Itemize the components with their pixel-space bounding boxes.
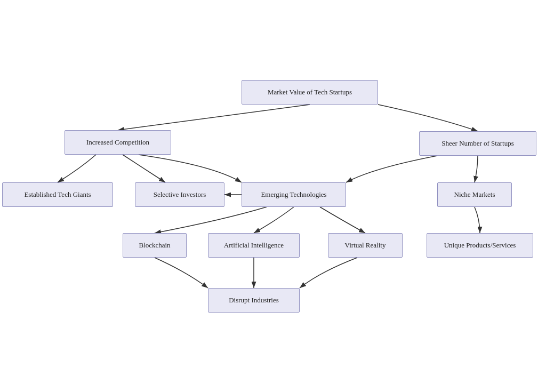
node-niche-markets: Niche Markets <box>437 182 512 207</box>
node-increased-competition: Increased Competition <box>65 130 171 155</box>
node-emerging-technologies: Emerging Technologies <box>242 182 346 207</box>
node-unique-products: Unique Products/Services <box>427 233 533 258</box>
node-market-value: Market Value of Tech Startups <box>242 80 378 105</box>
node-established-tech: Established Tech Giants <box>2 182 113 207</box>
node-disrupt-industries: Disrupt Industries <box>208 288 300 313</box>
node-sheer-number: Sheer Number of Startups <box>419 131 536 156</box>
node-blockchain: Blockchain <box>123 233 187 258</box>
node-artificial-intelligence: Artificial Intelligence <box>208 233 300 258</box>
diagram-container: Market Value of Tech Startups Increased … <box>0 0 546 392</box>
node-virtual-reality: Virtual Reality <box>328 233 403 258</box>
node-selective-investors: Selective Investors <box>135 182 224 207</box>
